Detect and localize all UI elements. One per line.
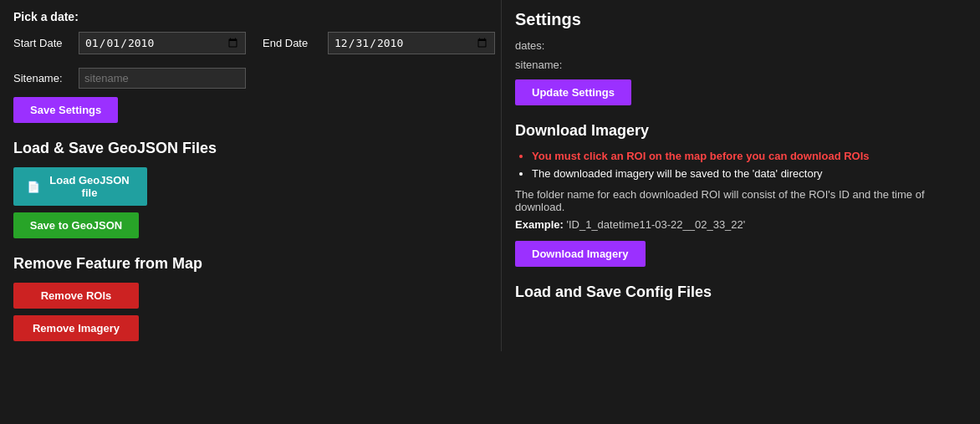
remove-rois-button[interactable]: Remove ROIs bbox=[13, 283, 139, 309]
save-geojson-button[interactable]: Save to GeoJSON bbox=[13, 212, 139, 238]
load-geojson-label: Load GeoJSON file bbox=[45, 174, 134, 199]
remove-buttons: Remove ROIs Remove Imagery bbox=[13, 283, 487, 341]
end-date-label: End Date bbox=[263, 37, 321, 49]
load-save-config-section: Load and Save Config Files bbox=[515, 284, 967, 301]
end-date-input[interactable] bbox=[328, 32, 495, 54]
load-geojson-button[interactable]: 📄 Load GeoJSON file bbox=[13, 167, 147, 206]
load-save-config-title: Load and Save Config Files bbox=[515, 284, 967, 301]
sitename-input[interactable] bbox=[79, 68, 246, 89]
settings-title: Settings bbox=[515, 10, 967, 29]
geojson-section-title: Load & Save GeoJSON Files bbox=[13, 140, 487, 157]
settings-section: Settings dates: sitename: Update Setting… bbox=[515, 10, 967, 105]
pick-date-section: Pick a date: Start Date End Date Sitenam… bbox=[13, 10, 487, 123]
end-date-row: End Date bbox=[263, 32, 495, 54]
bullet-2: The downloaded imagery will be saved to … bbox=[532, 167, 967, 180]
save-settings-button[interactable]: Save Settings bbox=[13, 97, 118, 123]
example-text: Example: 'ID_1_datetime11-03-22__02_33_2… bbox=[515, 218, 967, 231]
remove-section-title: Remove Feature from Map bbox=[13, 255, 487, 273]
example-value: 'ID_1_datetime11-03-22__02_33_22' bbox=[566, 218, 745, 231]
file-icon: 📄 bbox=[27, 181, 40, 193]
download-imagery-title: Download Imagery bbox=[515, 122, 967, 140]
example-label: Example: bbox=[515, 218, 564, 231]
start-date-input[interactable] bbox=[79, 32, 246, 54]
sitename-field: sitename: bbox=[515, 59, 967, 71]
dates-field: dates: bbox=[515, 39, 967, 52]
download-imagery-section: Download Imagery You must click an ROI o… bbox=[515, 122, 967, 267]
remove-section: Remove Feature from Map Remove ROIs Remo… bbox=[13, 255, 487, 341]
geojson-section: Load & Save GeoJSON Files 📄 Load GeoJSON… bbox=[13, 140, 487, 238]
sitename-label: Sitename: bbox=[13, 72, 72, 84]
pick-date-label: Pick a date: bbox=[13, 10, 487, 23]
right-panel: Settings dates: sitename: Update Setting… bbox=[502, 0, 980, 351]
sitename-row: Sitename: bbox=[13, 68, 487, 89]
info-text: The folder name for each downloaded ROI … bbox=[515, 188, 967, 213]
sitename-settings-label: sitename: bbox=[515, 59, 562, 71]
download-imagery-button[interactable]: Download Imagery bbox=[515, 241, 646, 267]
start-date-label: Start Date bbox=[13, 37, 72, 49]
start-date-row: Start Date bbox=[13, 32, 246, 54]
geojson-buttons: 📄 Load GeoJSON file Save to GeoJSON bbox=[13, 167, 487, 238]
dates-row: Start Date End Date bbox=[13, 32, 487, 61]
remove-imagery-button[interactable]: Remove Imagery bbox=[13, 315, 139, 341]
dates-label: dates: bbox=[515, 39, 544, 52]
update-settings-button[interactable]: Update Settings bbox=[515, 79, 631, 105]
download-imagery-bullets: You must click an ROI on the map before … bbox=[515, 150, 967, 180]
left-panel: Pick a date: Start Date End Date Sitenam… bbox=[0, 0, 502, 351]
bullet-1: You must click an ROI on the map before … bbox=[532, 150, 967, 162]
